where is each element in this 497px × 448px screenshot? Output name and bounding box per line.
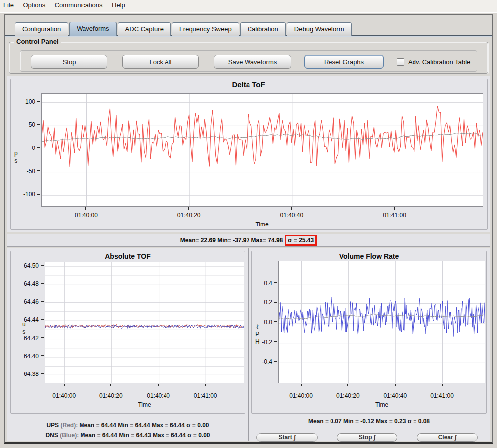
delta-tof-panel: Delta ToF ps 100500-50-100 01:40:0001:40… [7,76,490,232]
lock-all-button[interactable]: Lock All [122,55,199,69]
tab-adc-capture[interactable]: ADC Capture [118,22,171,36]
volume-flow-title: Volume Flow Rate [248,252,490,260]
x-tick-label: 01:41:00 [183,392,228,399]
menu-file[interactable]: File [0,0,17,10]
delta-tof-y-tick-labels: 100500-50-100 [8,93,40,207]
y-tick-label: 64.42 [9,335,44,342]
x-tick-mark [347,384,348,386]
absolute-tof-plot-area [45,262,244,383]
y-tick-label: 64.48 [9,280,44,287]
y-tick-label: 50 [8,121,40,128]
ups-color-note: (Red): [60,422,78,429]
x-tick-label: 01:40:20 [166,212,211,219]
tab-configuration[interactable]: Configuration [15,22,68,36]
x-tick-mark [85,207,86,210]
ups-label: UPS [46,422,59,429]
application-window: File Options Communications Help Configu… [0,0,497,448]
reset-graphs-button[interactable]: Reset Graphs [304,55,384,69]
absolute-tof-x-axis-title: Time [45,401,244,408]
y-tick-label: 64.40 [9,353,44,360]
y-tick-label: 64.44 [9,316,44,323]
x-tick-label: 01:40:40 [373,392,417,399]
menu-bar: File Options Communications Help [0,0,497,12]
stop-integral-button[interactable]: Stop ∫ [337,433,397,442]
y-tick-label: 100 [8,98,40,105]
volume-flow-rate-panel: Volume Flow Rate ℓPH 0.40.20.0-0.2-0.4 0… [248,248,490,441]
tab-debug-waveform[interactable]: Debug Waveform [287,22,352,36]
start-integral-button[interactable]: Start ∫ [256,433,318,442]
absolute-tof-title: Absolute TOF [7,252,248,260]
sigma-highlight-annotation: σ = 25.43 [285,235,317,246]
y-tick-label: -0.2 [249,339,277,346]
x-tick-label: 01:40:20 [88,392,133,399]
dns-stats-line: DNS (Blue): Mean = 64.44 Min = 64.43 Max… [7,432,248,439]
y-tick-label: -0.4 [249,358,277,365]
x-tick-mark [205,384,206,386]
absolute-tof-x-tick-marks [45,384,244,387]
ups-stats-line: UPS (Red): Mean = 64.44 Min = 64.44 Max … [7,422,248,429]
x-tick-label: 01:40:40 [136,392,181,399]
volume-flow-x-tick-labels: 01:40:0001:40:2001:40:4001:41:00 [278,392,485,400]
volume-flow-stats-line: Mean = 0.07 Min = -0.12 Max = 0.23 σ = 0… [248,418,490,425]
absolute-tof-y-tick-labels: 64.5064.4864.4664.4464.4264.4064.38 [9,262,44,383]
delta-tof-x-tick-marks [41,207,483,210]
menu-communications[interactable]: Communications [51,0,106,10]
control-panel-title: Control Panel [14,38,61,45]
volume-flow-x-tick-marks [278,384,485,387]
y-tick-label: 64.50 [9,262,44,269]
adv-calibration-table-checkbox[interactable] [397,58,404,66]
menu-help[interactable]: Help [108,0,129,10]
x-tick-mark [291,207,292,210]
y-tick-label: 0.0 [249,319,277,326]
tab-calibration[interactable]: Calibration [240,22,286,36]
save-waveforms-button[interactable]: Save Waveforms [214,55,291,69]
ups-values: Mean = 64.44 Min = 64.44 Max = 64.44 σ =… [80,422,209,429]
y-tick-label: -50 [8,168,40,175]
y-tick-label: 0.2 [249,299,277,306]
x-tick-label: 01:41:00 [372,212,416,219]
delta-tof-stats-text: Mean= 22.69 Min= -37.97 Max= 74.98 [180,237,283,244]
delta-tof-x-axis-title: Time [41,221,483,228]
x-tick-label: 01:40:00 [42,392,86,399]
x-tick-label: 01:40:00 [279,392,324,399]
y-tick-label: -100 [8,191,40,198]
dns-color-note: (Blue): [60,432,79,439]
x-tick-label: 01:40:00 [64,212,108,219]
x-tick-mark [395,384,396,386]
tab-bar: Configuration Waveforms ADC Capture Freq… [15,22,353,36]
x-tick-mark [158,384,159,386]
x-tick-mark [301,384,302,386]
volume-flow-plot-area [278,261,485,383]
y-tick-label: 64.46 [9,299,44,305]
delta-tof-x-tick-labels: 01:40:0001:40:2001:40:4001:41:00 [41,212,483,219]
x-tick-mark [442,384,443,386]
y-tick-label: 64.38 [9,371,44,377]
x-tick-mark [394,207,395,210]
dns-label: DNS [45,432,58,439]
x-tick-mark [110,384,111,386]
x-tick-label: 01:40:40 [269,212,314,219]
x-tick-label: 01:40:20 [326,392,370,399]
dns-values: Mean = 64.44 Min = 64.43 Max = 64.44 σ =… [80,432,210,439]
menu-options[interactable]: Options [19,0,49,10]
adv-calibration-table-label: Adv. Calibration Table [408,58,470,66]
y-tick-label: 0 [8,145,40,151]
y-tick-label: 0.4 [249,280,277,287]
stop-button[interactable]: Stop [31,55,107,69]
volume-flow-y-tick-labels: 0.40.20.0-0.2-0.4 [249,261,277,383]
x-tick-mark [188,207,189,210]
tab-frequency-sweep[interactable]: Frequency Sweep [172,22,239,36]
absolute-tof-x-tick-labels: 01:40:0001:40:2001:40:4001:41:00 [45,392,244,400]
delta-tof-stats-bar: Mean= 22.69 Min= -37.97 Max= 74.98σ = 25… [7,234,490,247]
absolute-tof-panel: Absolute TOF us 64.5064.4864.4664.4464.4… [7,248,248,441]
tab-waveforms[interactable]: Waveforms [69,22,116,36]
clear-integral-button[interactable]: Clear ∫ [417,433,478,442]
volume-flow-x-axis-title: Time [278,401,485,408]
delta-tof-plot-area [41,93,483,207]
x-tick-label: 01:41:00 [420,392,465,399]
delta-tof-title: Delta ToF [7,80,490,89]
x-tick-mark [64,384,65,386]
